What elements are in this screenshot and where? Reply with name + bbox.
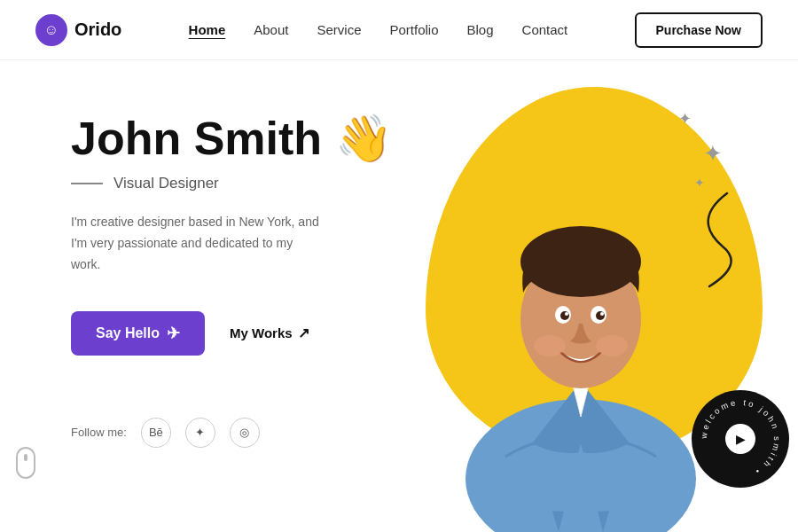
- logo[interactable]: ☺ Orido: [35, 14, 121, 46]
- logo-text: Orido: [74, 20, 121, 40]
- dribbble-icon[interactable]: ✦: [185, 418, 215, 448]
- logo-icon: ☺: [35, 14, 67, 46]
- hero-title: Visual Designer: [113, 175, 219, 192]
- hero-left: John Smith 👋 Visual Designer I'm creativ…: [0, 60, 408, 532]
- title-line: [71, 183, 103, 184]
- arrow-up-icon: ↗: [298, 325, 309, 341]
- nav-item-contact[interactable]: Contact: [522, 22, 568, 38]
- send-icon: ✈: [167, 324, 180, 343]
- instagram-icon[interactable]: ◎: [230, 418, 260, 448]
- welcome-circle[interactable]: welcome to john smith • ▶: [692, 390, 789, 488]
- squiggle-decoration: [674, 184, 745, 291]
- nav-item-blog[interactable]: Blog: [467, 22, 494, 38]
- behance-icon[interactable]: Bē: [141, 418, 171, 448]
- say-hello-button[interactable]: Say Hello ✈: [71, 311, 205, 356]
- nav-item-service[interactable]: Service: [317, 22, 361, 38]
- svg-point-7: [596, 311, 605, 320]
- wave-emoji: 👋: [335, 113, 393, 164]
- svg-point-11: [596, 335, 628, 356]
- nav-links: Home About Service Portfolio Blog Contac…: [189, 22, 568, 38]
- hero-title-row: Visual Designer: [71, 175, 408, 192]
- follow-label: Follow me:: [71, 426, 127, 439]
- hero-section: John Smith 👋 Visual Designer I'm creativ…: [0, 60, 798, 532]
- svg-point-8: [565, 312, 568, 316]
- my-works-link[interactable]: My Works ↗: [230, 325, 309, 341]
- navbar: ☺ Orido Home About Service Portfolio Blo…: [0, 0, 798, 60]
- hero-right: ✦ ✦ ✦ welcome to john smith • ▶: [408, 60, 798, 532]
- hero-buttons: Say Hello ✈ My Works ↗: [71, 311, 408, 356]
- follow-row: Follow me: Bē ✦ ◎: [71, 418, 408, 448]
- svg-point-6: [560, 311, 569, 320]
- hero-description: I'm creative designer based in New York,…: [71, 212, 319, 275]
- hero-name: John Smith 👋: [71, 113, 408, 164]
- purchase-button[interactable]: Purchase Now: [635, 12, 763, 48]
- nav-item-home[interactable]: Home: [189, 22, 226, 38]
- svg-text:welcome to john smith •: welcome to john smith •: [699, 397, 782, 478]
- sparkle-2-icon: ✦: [703, 140, 723, 168]
- svg-point-9: [600, 312, 604, 316]
- svg-point-10: [534, 335, 566, 356]
- sparkle-1-icon: ✦: [678, 109, 692, 129]
- nav-item-portfolio[interactable]: Portfolio: [390, 22, 439, 38]
- nav-item-about[interactable]: About: [254, 22, 288, 38]
